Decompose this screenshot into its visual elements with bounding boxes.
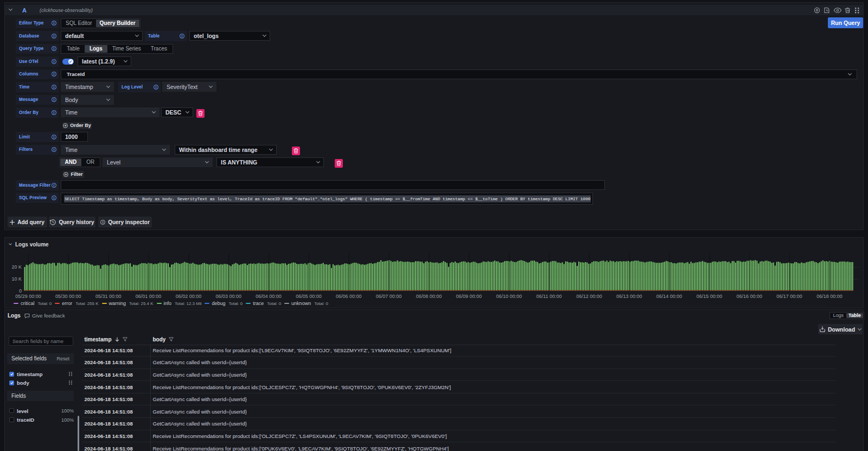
svg-text:06/06 00:00: 06/06 00:00 <box>336 294 362 299</box>
svg-text:06/17 00:00: 06/17 00:00 <box>776 294 802 299</box>
svg-text:05/29 00:00: 05/29 00:00 <box>15 294 41 299</box>
svg-text:05/31 00:00: 05/31 00:00 <box>95 294 122 299</box>
svg-text:10 K: 10 K <box>11 276 22 282</box>
svg-text:06/15 00:00: 06/15 00:00 <box>697 294 723 299</box>
svg-text:06/09 00:00: 06/09 00:00 <box>456 294 482 299</box>
svg-text:06/12 00:00: 06/12 00:00 <box>576 294 602 299</box>
svg-text:06/08 00:00: 06/08 00:00 <box>416 294 442 299</box>
svg-text:06/03 00:00: 06/03 00:00 <box>215 294 241 299</box>
svg-text:06/14 00:00: 06/14 00:00 <box>656 294 682 299</box>
svg-text:06/16 00:00: 06/16 00:00 <box>737 294 763 299</box>
svg-text:20 K: 20 K <box>11 264 22 270</box>
svg-text:06/10 00:00: 06/10 00:00 <box>496 294 522 299</box>
svg-text:0: 0 <box>19 288 22 294</box>
svg-text:06/11 00:00: 06/11 00:00 <box>537 294 562 299</box>
svg-text:05/30 00:00: 05/30 00:00 <box>55 294 81 299</box>
svg-text:06/01 00:00: 06/01 00:00 <box>136 294 162 299</box>
svg-text:06/18 00:00: 06/18 00:00 <box>816 294 843 299</box>
svg-text:06/02 00:00: 06/02 00:00 <box>176 294 202 299</box>
svg-text:06/07 00:00: 06/07 00:00 <box>376 294 402 299</box>
svg-text:06/05 00:00: 06/05 00:00 <box>296 294 322 299</box>
svg-text:06/04 00:00: 06/04 00:00 <box>256 294 282 299</box>
svg-text:06/13 00:00: 06/13 00:00 <box>616 294 642 299</box>
